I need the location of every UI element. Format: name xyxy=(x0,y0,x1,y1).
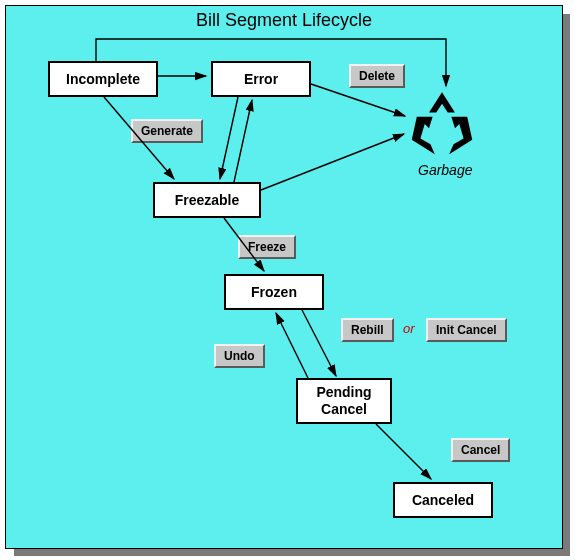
garbage-label: Garbage xyxy=(418,162,472,178)
state-frozen: Frozen xyxy=(224,274,324,310)
or-label: or xyxy=(403,321,415,336)
svg-line-4 xyxy=(234,100,252,182)
diagram-canvas: Bill Segment Lifecycle Incomplete Error … xyxy=(0,0,575,560)
svg-line-7 xyxy=(302,310,336,376)
state-freezable: Freezable xyxy=(153,182,261,218)
state-canceled: Canceled xyxy=(393,482,493,518)
generate-button[interactable]: Generate xyxy=(131,119,203,143)
svg-line-1 xyxy=(311,84,405,116)
state-error: Error xyxy=(211,61,311,97)
freeze-button[interactable]: Freeze xyxy=(238,235,296,259)
svg-line-5 xyxy=(261,134,404,190)
main-panel: Bill Segment Lifecycle Incomplete Error … xyxy=(5,5,563,549)
delete-button[interactable]: Delete xyxy=(349,64,405,88)
undo-button[interactable]: Undo xyxy=(214,344,265,368)
state-pending-cancel: Pending Cancel xyxy=(296,378,392,424)
svg-line-8 xyxy=(276,313,308,378)
diagram-title: Bill Segment Lifecycle xyxy=(6,10,562,31)
cancel-button[interactable]: Cancel xyxy=(451,438,510,462)
svg-line-3 xyxy=(220,97,238,179)
garbage-icon xyxy=(406,88,478,160)
rebill-button[interactable]: Rebill xyxy=(341,318,394,342)
svg-line-9 xyxy=(376,424,431,479)
state-incomplete: Incomplete xyxy=(48,61,158,97)
init-cancel-button[interactable]: Init Cancel xyxy=(426,318,507,342)
